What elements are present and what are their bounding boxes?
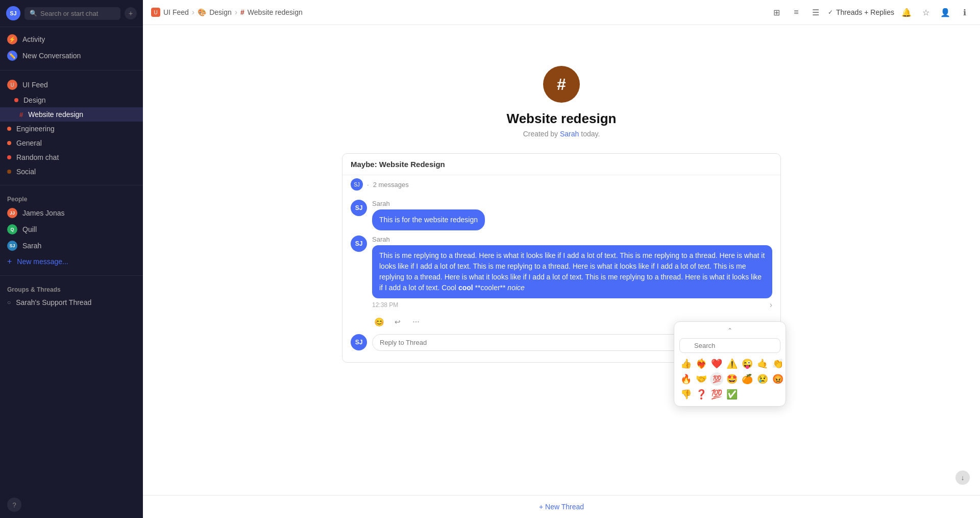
notification-bell-button[interactable]: 🔔 xyxy=(899,5,914,19)
ui-feed-label: UI Feed xyxy=(22,81,48,89)
emoji-clap[interactable]: 👏 xyxy=(771,357,785,370)
social-dot xyxy=(7,170,11,174)
emoji-heart-fire[interactable]: ❤️‍🔥 xyxy=(695,357,708,370)
james-jonas-label: James Jonas xyxy=(22,209,64,217)
groups-section-label: Groups & Threads xyxy=(0,282,143,295)
channel-created: Created by Sarah today. xyxy=(523,130,600,138)
random-chat-dot xyxy=(7,155,11,159)
noice-italic: noice xyxy=(507,284,524,292)
threads-replies-button[interactable]: ✓ Threads + Replies xyxy=(828,8,894,16)
sidebar-top-section: ⚡ Activity ✏️ New Conversation xyxy=(0,27,143,68)
new-message-label: New message... xyxy=(17,257,68,266)
msg1-content: Sarah This is for the website redesign xyxy=(372,200,772,230)
sidebar-item-design[interactable]: Design xyxy=(0,93,143,107)
emoji-angry[interactable]: 😡 xyxy=(771,372,785,386)
emoji-fire[interactable]: 🔥 xyxy=(679,372,693,386)
header-actions: ⊞ ≡ ☰ ✓ Threads + Replies 🔔 ☆ 👤 ℹ xyxy=(770,5,972,19)
channel-created-by[interactable]: Sarah xyxy=(560,130,579,138)
sidebar-divider xyxy=(0,70,143,70)
emoji-search-wrap: 🔍 xyxy=(679,338,780,353)
design-label: Design xyxy=(23,96,46,104)
engineering-dot xyxy=(7,127,11,131)
menu-button[interactable]: ☰ xyxy=(808,5,823,19)
sidebar-item-activity[interactable]: ⚡ Activity xyxy=(0,31,143,48)
thread-title: Maybe: Website Redesign xyxy=(342,154,780,175)
emoji-check[interactable]: ✅ xyxy=(725,388,739,401)
sidebar-item-website-redesign[interactable]: # Website redesign xyxy=(0,107,143,122)
msg1-avatar: SJ xyxy=(351,200,367,216)
sidebar-item-random-chat[interactable]: Random chat xyxy=(0,150,143,164)
sarahs-support-thread-label: Sarah's Support Thread xyxy=(16,298,91,307)
breadcrumb-design[interactable]: 🎨 Design xyxy=(198,8,232,16)
breadcrumb-website-redesign[interactable]: # Website redesign xyxy=(240,8,303,16)
new-conversation-label: New Conversation xyxy=(22,52,81,60)
emoji-reaction-button[interactable]: 😊 xyxy=(372,315,386,329)
general-label: General xyxy=(16,139,42,147)
design-breadcrumb-label: Design xyxy=(209,8,232,16)
main-area: U UI Feed › 🎨 Design › # Website redesig… xyxy=(143,0,980,518)
breadcrumb-ui-feed[interactable]: U UI Feed xyxy=(151,8,189,17)
sidebar-divider-3 xyxy=(0,275,143,276)
sidebar-item-new-conversation[interactable]: ✏️ New Conversation xyxy=(0,48,143,64)
emoji-question[interactable]: ❓ xyxy=(695,388,708,401)
search-box[interactable]: 🔍 Search or start chat xyxy=(24,7,120,20)
emoji-wink[interactable]: 😜 xyxy=(741,357,754,370)
sidebar-item-james-jonas[interactable]: JJ James Jonas xyxy=(0,205,143,221)
new-thread-bar[interactable]: + New Thread xyxy=(143,495,980,518)
new-conversation-icon: ✏️ xyxy=(7,51,17,61)
emoji-100[interactable]: 💯 xyxy=(710,388,723,401)
emoji-picker-header: ⌃ xyxy=(679,327,780,338)
help-button[interactable]: ? xyxy=(7,498,21,512)
user-avatar[interactable]: SJ xyxy=(6,6,20,20)
emoji-warning[interactable]: ⚠️ xyxy=(725,357,739,370)
engineering-label: Engineering xyxy=(16,125,55,133)
sidebar-item-general[interactable]: General xyxy=(0,136,143,150)
emoji-picker: ⌃ 🔍 👍 ❤️‍🔥 ❤️ ⚠️ 😜 🤙 👏 🔥 🤝 💯 🤩 🍊 😢 xyxy=(674,321,786,407)
emoji-grid: 👍 ❤️‍🔥 ❤️ ⚠️ 😜 🤙 👏 🔥 🤝 💯 🤩 🍊 😢 😡 👎 ❓ 💯 ✅ xyxy=(679,357,780,401)
profile-button[interactable]: 👤 xyxy=(938,5,952,19)
emoji-search-input[interactable] xyxy=(679,338,780,353)
emoji-star-struck[interactable]: 🤩 xyxy=(725,372,739,386)
info-button[interactable]: ℹ xyxy=(958,5,972,19)
channel-icon-large: # xyxy=(543,66,580,103)
search-placeholder: Search or start chat xyxy=(40,10,98,17)
emoji-100-dark[interactable]: 💯 xyxy=(710,372,723,386)
scroll-to-bottom-button[interactable]: ↓ xyxy=(955,470,970,485)
grid-view-button[interactable]: ⊞ xyxy=(770,5,784,19)
msg2-content: Sarah This is me replying to a thread. H… xyxy=(372,236,772,310)
quill-avatar: Q xyxy=(7,224,17,234)
emoji-handshake[interactable]: 🤝 xyxy=(695,372,708,386)
reply-button[interactable]: ↩ xyxy=(390,315,405,329)
ui-feed-breadcrumb-icon: U xyxy=(151,8,160,17)
channel-name-large: Website redesign xyxy=(507,111,617,127)
sidebar: SJ 🔍 Search or start chat + ⚡ Activity ✏… xyxy=(0,0,143,518)
add-button[interactable]: + xyxy=(125,7,137,19)
design-breadcrumb-icon: 🎨 xyxy=(198,8,206,16)
emoji-thumbsdown[interactable]: 👎 xyxy=(679,388,693,401)
emoji-orange[interactable]: 🍊 xyxy=(741,372,754,386)
sidebar-item-new-message[interactable]: + New message... xyxy=(0,254,143,269)
breadcrumb-sep-1: › xyxy=(192,8,194,17)
emoji-thumbsup[interactable]: 👍 xyxy=(679,357,693,370)
emoji-heart[interactable]: ❤️ xyxy=(710,357,723,370)
message-1: SJ Sarah This is for the website redesig… xyxy=(351,200,772,230)
sidebar-groups-section: Groups & Threads ○ Sarah's Support Threa… xyxy=(0,278,143,314)
sidebar-footer: ? xyxy=(0,491,143,518)
sidebar-item-social[interactable]: Social xyxy=(0,164,143,179)
cool-bold: cool xyxy=(458,284,473,292)
sidebar-item-ui-feed[interactable]: U UI Feed xyxy=(0,77,143,93)
sidebar-item-sarahs-support-thread[interactable]: ○ Sarah's Support Thread xyxy=(0,295,143,310)
emoji-call-me[interactable]: 🤙 xyxy=(756,357,769,370)
sidebar-item-quill[interactable]: Q Quill xyxy=(0,221,143,238)
search-icon: 🔍 xyxy=(30,10,37,17)
msg2-avatar: SJ xyxy=(351,236,367,252)
sidebar-divider-2 xyxy=(0,185,143,185)
new-message-plus: + xyxy=(7,257,12,266)
more-actions-button[interactable]: ··· xyxy=(409,315,423,329)
sidebar-item-sarah[interactable]: SJ Sarah xyxy=(0,238,143,254)
emoji-cry[interactable]: 😢 xyxy=(756,372,769,386)
sidebar-item-engineering[interactable]: Engineering xyxy=(0,122,143,136)
star-button[interactable]: ☆ xyxy=(919,5,933,19)
list-view-button[interactable]: ≡ xyxy=(789,5,803,19)
thread-meta-dot: · xyxy=(367,181,369,189)
